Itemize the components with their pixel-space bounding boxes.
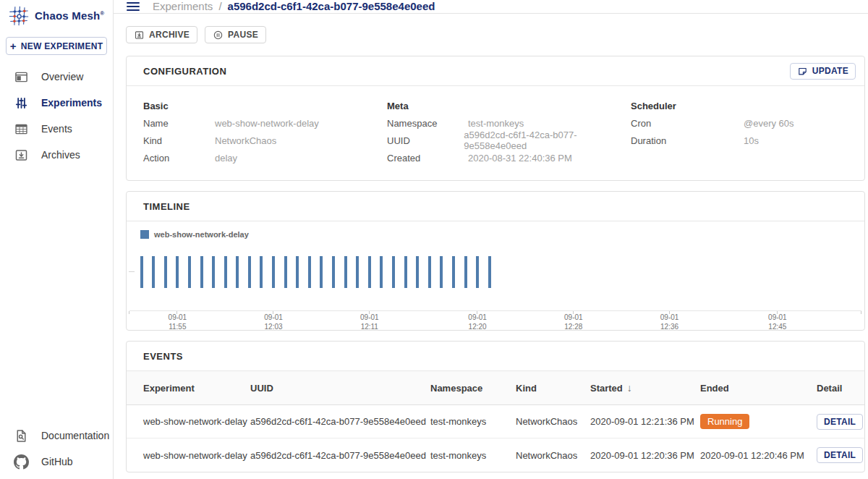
timeline-event-bar	[176, 256, 179, 288]
column-header-ended: Ended	[700, 383, 817, 394]
timeline-event-bar	[152, 256, 155, 288]
detail-button[interactable]: DETAIL	[817, 447, 863, 463]
main-area: Experiments/a596d2cd-c6f1-42ca-b077-9e55…	[114, 0, 868, 479]
timeline-event-bar	[140, 256, 143, 288]
timeline-event-bar	[308, 256, 311, 288]
timeline-legend: web-show-network-delay	[127, 229, 864, 240]
events-panel-header: EVENTS	[127, 342, 864, 371]
timeline-event-bar	[368, 256, 371, 288]
config-row: Created2020-08-31 22:40:36 PM	[387, 149, 631, 166]
sidebar-item-github[interactable]: GitHub	[0, 449, 113, 475]
events-table-header: ExperimentUUIDNamespaceKindStarted↓Ended…	[127, 371, 864, 405]
column-header-label: Experiment	[143, 383, 195, 394]
event-namespace: test-monkeys	[430, 416, 516, 427]
config-key: Kind	[143, 135, 215, 146]
config-group-title: Basic	[143, 97, 387, 114]
timeline-event-bar	[440, 256, 443, 288]
timeline-event-bar	[296, 256, 299, 288]
timeline-event-bar	[260, 256, 263, 288]
timeline-event-bar	[188, 256, 191, 288]
detail-button[interactable]: DETAIL	[817, 414, 863, 430]
timeline-event-bar	[476, 256, 479, 288]
pause-button[interactable]: PAUSE	[205, 26, 266, 43]
dashboard-icon	[13, 69, 29, 85]
column-header-label: UUID	[250, 383, 273, 394]
config-value: NetworkChaos	[215, 135, 276, 146]
app-window: Chaos Mesh® + NEW EXPERIMENT OverviewExp…	[0, 0, 868, 479]
new-experiment-label: NEW EXPERIMENT	[21, 41, 103, 51]
sidebar-item-events[interactable]: Events	[0, 116, 113, 142]
config-row: Duration10s	[631, 132, 864, 149]
event-row: web-show-network-delaya596d2cd-c6f1-42ca…	[127, 438, 864, 472]
y-axis-tick	[129, 271, 135, 272]
pause-label: PAUSE	[228, 30, 258, 40]
config-key: Namespace	[387, 118, 468, 129]
timeline-event-bar	[404, 256, 407, 288]
event-started: 2020-09-01 12:21:36 PM	[590, 416, 700, 427]
breadcrumb-experiments[interactable]: Experiments	[153, 0, 213, 12]
timeline-event-bar	[464, 256, 467, 288]
config-group-title: Scheduler	[631, 97, 864, 114]
sidebar-item-experiments[interactable]: Experiments	[0, 90, 113, 116]
brand: Chaos Mesh®	[0, 0, 113, 31]
event-row: web-show-network-delaya596d2cd-c6f1-42ca…	[127, 405, 864, 438]
x-axis-label: 09-0112:11	[360, 313, 379, 331]
event-started: 2020-09-01 12:20:36 PM	[590, 450, 700, 461]
update-button[interactable]: UPDATE	[790, 63, 856, 80]
event-namespace: test-monkeys	[430, 450, 516, 461]
timeline-event-bar	[236, 256, 239, 288]
column-header-label: Kind	[516, 383, 537, 394]
x-axis-edge-tick	[129, 311, 129, 314]
column-header-label: Namespace	[430, 383, 482, 394]
archive-icon	[134, 30, 145, 41]
menu-icon[interactable]	[127, 2, 140, 11]
config-group-scheduler: SchedulerCron@every 60sDuration10s	[631, 97, 864, 166]
registered-mark: ®	[100, 9, 104, 16]
event-experiment: web-show-network-delay	[143, 416, 250, 427]
x-axis-label: 09-0112:03	[264, 313, 283, 331]
sidebar-footer: DocumentationGitHub	[0, 423, 113, 475]
config-group-basic: BasicNameweb-show-network-delayKindNetwo…	[143, 97, 387, 166]
column-header-label: Started	[590, 383, 623, 394]
event-experiment: web-show-network-delay	[143, 450, 250, 461]
event-uuid: a596d2cd-c6f1-42ca-b077-9e558e4e0eed	[250, 416, 430, 427]
new-experiment-button[interactable]: + NEW EXPERIMENT	[6, 37, 107, 55]
sidebar-item-label: Archives	[41, 149, 80, 161]
sidebar-nav: OverviewExperimentsEventsArchives	[0, 64, 113, 168]
sidebar-item-overview[interactable]: Overview	[0, 64, 113, 90]
timeline-event-bar	[272, 256, 275, 288]
timeline-event-bar	[380, 256, 383, 288]
page-content: ARCHIVE PAUSE CONFIGURATION	[114, 14, 868, 479]
x-axis-label: 09-0112:28	[564, 313, 583, 331]
sidebar-item-documentation[interactable]: Documentation	[0, 423, 113, 449]
config-value: @every 60s	[744, 118, 794, 129]
events-table: ExperimentUUIDNamespaceKindStarted↓Ended…	[127, 371, 864, 472]
timeline-event-bar	[344, 256, 347, 288]
column-header-label: Ended	[700, 383, 729, 394]
legend-label: web-show-network-delay	[154, 230, 249, 239]
config-row: Cron@every 60s	[631, 114, 864, 132]
column-header-kind: Kind	[516, 383, 590, 394]
timeline-event-bar	[428, 256, 431, 288]
event-kind: NetworkChaos	[516, 416, 590, 427]
config-value: delay	[215, 153, 237, 164]
event-ended: 2020-09-01 12:20:46 PM	[700, 450, 817, 461]
archive-button[interactable]: ARCHIVE	[126, 26, 197, 43]
config-key: UUID	[387, 135, 464, 146]
breadcrumb: Experiments/a596d2cd-c6f1-42ca-b077-9e55…	[153, 0, 435, 13]
config-group-title: Meta	[387, 97, 631, 114]
timeline-title: TIMELINE	[143, 201, 190, 212]
config-value: web-show-network-delay	[215, 118, 319, 129]
config-key: Created	[387, 153, 468, 164]
timeline-event-bar	[224, 256, 227, 288]
sidebar-item-label: GitHub	[41, 456, 73, 467]
column-header-started[interactable]: Started↓	[590, 382, 700, 394]
archive-label: ARCHIVE	[149, 30, 190, 40]
sidebar-item-archives[interactable]: Archives	[0, 142, 113, 168]
events-table-body: web-show-network-delaya596d2cd-c6f1-42ca…	[127, 405, 864, 472]
breadcrumb-current-uuid: a596d2cd-c6f1-42ca-b077-9e558e4e0eed	[228, 0, 435, 12]
config-key: Cron	[631, 118, 744, 129]
table-icon	[13, 121, 29, 137]
config-key: Duration	[631, 135, 744, 146]
config-value: test-monkeys	[468, 118, 524, 129]
